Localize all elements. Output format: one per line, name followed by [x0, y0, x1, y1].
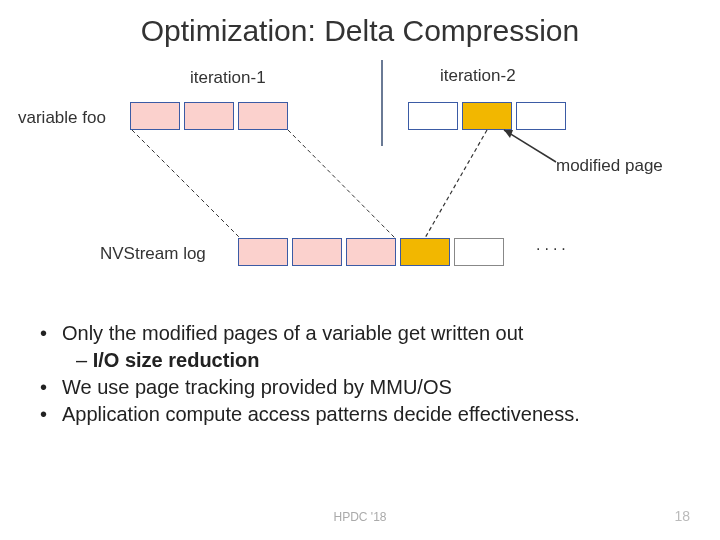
svg-marker-5 — [504, 130, 513, 138]
bullet-1: • Only the modified pages of a variable … — [40, 320, 680, 347]
bullet-2: • We use page tracking provided by MMU/O… — [40, 374, 680, 401]
bullet-3: • Application compute access patterns de… — [40, 401, 680, 428]
iter2-page-2-modified — [462, 102, 512, 130]
iter1-page-3 — [238, 102, 288, 130]
log-page-2 — [292, 238, 342, 266]
iter2-page-3 — [516, 102, 566, 130]
diagram: iteration-1 iteration-2 variable foo mod… — [0, 60, 720, 290]
log-page-4-modified — [400, 238, 450, 266]
log-page-5 — [454, 238, 504, 266]
footer-venue: HPDC '18 — [0, 510, 720, 524]
svg-line-3 — [425, 130, 487, 238]
svg-line-2 — [288, 130, 395, 238]
ellipsis: ···· — [536, 240, 570, 258]
variable-label: variable foo — [18, 108, 106, 128]
iter1-page-2 — [184, 102, 234, 130]
iteration-1-label: iteration-1 — [190, 68, 266, 88]
svg-line-1 — [132, 130, 240, 238]
bullet-list: • Only the modified pages of a variable … — [40, 320, 680, 428]
log-page-1 — [238, 238, 288, 266]
nvstream-log-label: NVStream log — [100, 244, 206, 264]
iter2-page-1 — [408, 102, 458, 130]
iteration-2-label: iteration-2 — [440, 66, 516, 86]
footer-page-number: 18 — [674, 508, 690, 524]
svg-line-4 — [504, 130, 556, 162]
bullet-1-sub: – I/O size reduction — [76, 347, 680, 374]
page-title: Optimization: Delta Compression — [0, 0, 720, 48]
modified-page-label: modified page — [556, 156, 663, 176]
log-page-3 — [346, 238, 396, 266]
iter1-page-1 — [130, 102, 180, 130]
